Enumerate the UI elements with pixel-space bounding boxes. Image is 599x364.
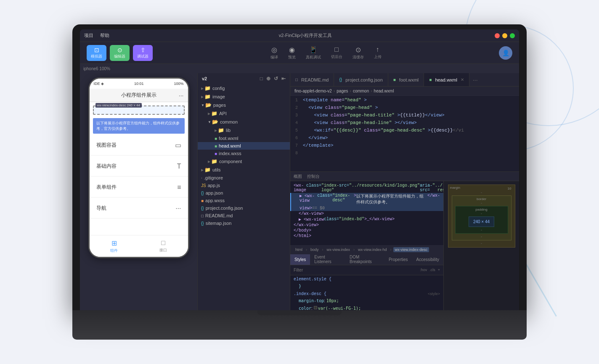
tree-label-app-json: app.json	[206, 190, 223, 195]
background-action[interactable]: □ 切后台	[331, 46, 342, 60]
tab-foot-wxml[interactable]: ■ foot.wxml	[388, 73, 424, 86]
tree-label-app-wxss: app.wxss	[205, 198, 225, 203]
folder-icon-pages: 📂	[205, 102, 212, 108]
tab-dom-breakpoints[interactable]: DOM Breakpoints	[345, 254, 384, 265]
box-padding: padding - 240 × 44 -	[455, 206, 508, 234]
code-line-3: 3 <view class="page-head-title" >{{title…	[290, 113, 519, 120]
folder-icon-utils: 📁	[204, 167, 211, 173]
filetree-refresh-icon[interactable]: ↺	[274, 76, 278, 82]
clear-cache-action[interactable]: ⊙ 清缓存	[353, 46, 364, 60]
tree-item-component[interactable]: ▶ 📁 component	[198, 157, 290, 166]
tab-close-head-wxml[interactable]: ✕	[461, 77, 464, 82]
path-body[interactable]: body	[309, 247, 321, 252]
source-tab-overview[interactable]: 概图	[294, 174, 302, 179]
tree-item-pages[interactable]: ▼ 📂 pages	[198, 101, 290, 109]
tree-item-config[interactable]: ▶ 📁 config	[198, 84, 290, 92]
compile-action[interactable]: ◎ 编译	[270, 46, 278, 60]
tree-item-gitignore[interactable]: · .gitignore	[198, 174, 290, 182]
minimize-button[interactable]	[502, 33, 507, 38]
expand-icon-lib: ▶	[215, 129, 217, 132]
tab-styles[interactable]: Styles	[290, 254, 310, 265]
code-editor[interactable]: 1 <template name="head" > 2	[290, 96, 519, 171]
filetree-new-folder-icon[interactable]: ⊕	[266, 76, 270, 82]
api-nav-label: 接口	[159, 248, 167, 253]
list-item-3[interactable]: 导航 ···	[90, 198, 188, 219]
tree-item-app-wxss[interactable]: ■ app.wxss	[198, 197, 290, 204]
close-button[interactable]	[495, 33, 500, 38]
html-line-5: ▶ <wx-view class="index-bd" >_</wx-view>	[290, 216, 443, 222]
margin-bottom-val: -	[481, 241, 482, 245]
inspector-source-bar: 概图 控制台	[290, 172, 519, 181]
html-line-7: </body>	[290, 228, 443, 233]
device-debug-action[interactable]: 📱 真机调试	[306, 46, 321, 60]
filter-add[interactable]: +	[438, 268, 440, 272]
debugger-button[interactable]: ⇧ 调试器	[133, 45, 153, 61]
source-tab-console[interactable]: 控制台	[307, 174, 320, 179]
tree-item-image[interactable]: ▶ 📁 image	[198, 92, 290, 101]
phone-nav-item-components[interactable]: ⊞ 组件	[90, 235, 139, 257]
editor-button[interactable]: ⊙ 编辑器	[110, 45, 130, 61]
tab-accessibility[interactable]: Accessibility	[412, 254, 443, 265]
compile-icon: ◎	[271, 46, 277, 54]
simulator-button[interactable]: ⊡ 模拟器	[87, 45, 106, 61]
breadcrumb-sep-3: ›	[371, 89, 372, 93]
border-label: border	[477, 197, 486, 201]
code-line-1: 1 <template name="head" >	[290, 98, 519, 105]
menu-item-project[interactable]: 项目	[84, 32, 93, 39]
filetree-toolbar: □ ⊕ ↺ ⇤	[260, 76, 286, 82]
tree-item-utils[interactable]: ▶ 📁 utils	[198, 166, 290, 174]
tab-properties[interactable]: Properties	[384, 254, 412, 265]
toolbar-left: ⊡ 模拟器 ⊙ 编辑器 ⇧ 调试器	[87, 45, 153, 61]
list-item-0[interactable]: 视图容器 ▭	[90, 135, 188, 156]
file-icon-foot-wxml: ■	[215, 136, 217, 141]
tabs-more-button[interactable]: ···	[469, 76, 481, 83]
expand-icon-config: ▶	[201, 87, 204, 90]
path-wx-index-desc[interactable]: wx-view.index-desc	[393, 247, 429, 252]
file-icon-app-json: {}	[201, 191, 204, 195]
tree-item-api[interactable]: ▶ 📁 API	[198, 109, 290, 118]
list-item-icon-3: ···	[175, 205, 181, 212]
tree-item-common[interactable]: ▼ 📂 common	[198, 118, 290, 126]
tree-item-project-config[interactable]: {} project.config.json	[198, 204, 290, 212]
list-item-1[interactable]: 基础内容 T	[90, 156, 188, 177]
tree-label-image: image	[212, 94, 225, 99]
tab-readme[interactable]: □ README.md	[290, 73, 334, 86]
filetree-collapse-icon[interactable]: ⇤	[281, 76, 286, 82]
tree-item-readme[interactable]: □ README.md	[198, 212, 290, 219]
preview-action[interactable]: ◉ 预览	[288, 46, 296, 60]
path-html[interactable]: html	[294, 247, 304, 252]
tab-project-config[interactable]: {} project.config.json	[334, 73, 388, 86]
user-avatar[interactable]: 👤	[499, 46, 512, 60]
tree-item-sitemap[interactable]: {} sitemap.json	[198, 219, 290, 227]
filetree-new-file-icon[interactable]: □	[260, 76, 263, 82]
tab-head-wxml[interactable]: ■ head.wxml ✕	[424, 73, 469, 86]
phone-title-more[interactable]: ···	[179, 92, 184, 99]
maximize-button[interactable]	[510, 33, 515, 38]
tree-item-app-js[interactable]: JS app.js	[198, 182, 290, 189]
styles-filter-input[interactable]	[294, 268, 420, 272]
code-content-4: <view class="page-head-line" ></view>	[303, 120, 519, 125]
tree-item-foot-wxml[interactable]: ■ foot.wxml	[198, 135, 290, 142]
list-item-2[interactable]: 表单组件 ≡	[90, 177, 188, 198]
tab-event-listeners[interactable]: Event Listeners	[310, 254, 345, 265]
tree-item-app-json[interactable]: {} app.json	[198, 189, 290, 197]
file-icon-index-wxss: ■	[215, 151, 217, 156]
filter-hov[interactable]: :hov	[420, 268, 427, 272]
upload-action[interactable]: ↑ 上传	[374, 46, 382, 60]
filetree-root-label: v2	[202, 76, 207, 81]
line-num-8: 8	[290, 150, 303, 156]
path-wx-index-hd[interactable]: wx-view.index-hd	[356, 247, 389, 252]
line-num-1: 1	[290, 98, 303, 103]
box-border: border - padding - 240 × 44	[452, 195, 512, 240]
path-wx-index[interactable]: wx-view.index	[325, 247, 352, 252]
menu-item-help[interactable]: 帮助	[100, 32, 109, 39]
tree-item-lib[interactable]: ▶ 📁 lib	[198, 126, 290, 135]
phone-nav-item-api[interactable]: □ 接口	[139, 235, 188, 257]
code-content-8	[303, 150, 519, 156]
phone-battery: 100%	[174, 82, 183, 86]
tree-label-head-wxml: head.wxml	[219, 143, 241, 148]
filter-cls[interactable]: .cls	[429, 268, 435, 272]
folder-icon-lib: 📁	[218, 127, 224, 133]
tree-item-index-wxss[interactable]: ■ index.wxss	[198, 150, 290, 157]
tree-item-head-wxml[interactable]: ■ head.wxml	[198, 142, 290, 150]
